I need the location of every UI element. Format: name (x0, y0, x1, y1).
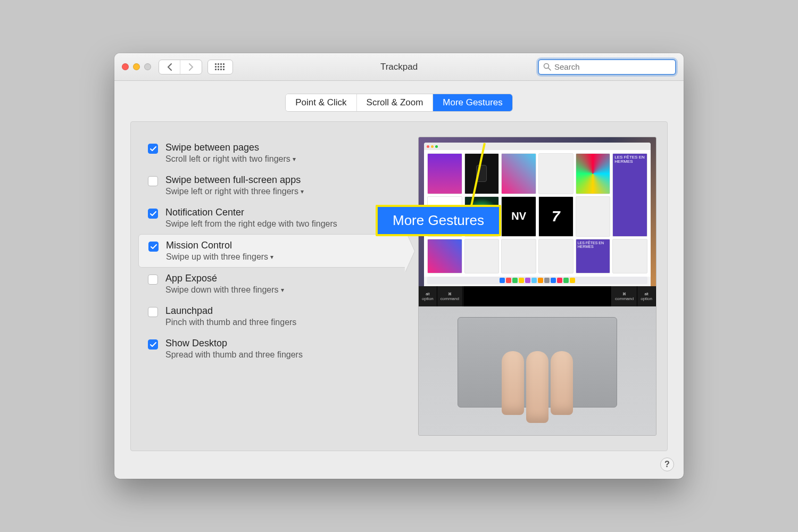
preview-trackpad (458, 317, 617, 408)
svg-line-13 (548, 68, 551, 70)
gesture-title: App Exposé (165, 273, 284, 284)
minimize-window-button[interactable] (133, 63, 140, 70)
gesture-title: Notification Center (165, 207, 337, 218)
tab-more-gestures[interactable]: More Gestures (433, 94, 512, 111)
window-content: Point & Click Scroll & Zoom More Gesture… (114, 81, 684, 451)
nav-buttons (159, 60, 202, 74)
grid-icon (215, 63, 226, 71)
chevron-down-icon: ▾ (270, 253, 273, 261)
gesture-subtitle: Spread with thumb and three fingers (165, 350, 303, 360)
gesture-preview: LES FÊTES EN HERMES NV 7 LES FÊTES EN HE… (418, 137, 656, 436)
gesture-text: LaunchpadPinch with thumb and three fing… (165, 305, 296, 327)
gesture-subtitle[interactable]: Swipe up with three fingers▾ (166, 252, 273, 262)
show-all-button[interactable] (207, 60, 233, 74)
gesture-title: Show Desktop (165, 338, 303, 349)
gesture-title: Mission Control (166, 240, 273, 251)
help-button[interactable]: ? (660, 458, 674, 471)
search-input[interactable] (554, 62, 671, 71)
gesture-checkbox[interactable] (148, 339, 158, 350)
gesture-checkbox[interactable] (148, 307, 158, 317)
gesture-subtitle-text: Swipe left from the right edge with two … (165, 219, 337, 229)
chevron-right-icon (188, 63, 194, 71)
forward-button[interactable] (180, 60, 202, 74)
traffic-lights (122, 63, 151, 70)
gesture-subtitle: Swipe left from the right edge with two … (165, 219, 337, 229)
preview-fingers (502, 351, 573, 423)
svg-rect-8 (215, 69, 217, 70)
gesture-subtitle-text: Swipe left or right with three fingers (165, 187, 298, 196)
gesture-row[interactable]: Notification CenterSwipe left from the r… (138, 202, 405, 234)
gesture-subtitle-text: Pinch with thumb and three fingers (165, 318, 296, 327)
zoom-window-button[interactable] (144, 63, 151, 70)
back-button[interactable] (159, 60, 180, 74)
gesture-text: Mission ControlSwipe up with three finge… (166, 240, 273, 262)
gesture-row[interactable]: Swipe between full-screen appsSwipe left… (138, 169, 405, 202)
preview-trackpad-area (419, 306, 656, 435)
gesture-text: Notification CenterSwipe left from the r… (165, 207, 337, 229)
gesture-text: Swipe between full-screen appsSwipe left… (165, 174, 304, 196)
gesture-list: Swipe between pagesScroll left or right … (131, 122, 413, 451)
titlebar: Trackpad (114, 53, 684, 81)
gesture-title: Launchpad (165, 305, 296, 317)
svg-rect-11 (223, 69, 225, 70)
tab-point-click[interactable]: Point & Click (286, 94, 356, 111)
svg-rect-4 (215, 66, 217, 68)
gesture-row[interactable]: App ExposéSwipe down with three fingers▾ (138, 268, 405, 300)
gesture-checkbox[interactable] (148, 144, 158, 154)
gesture-row[interactable]: Mission ControlSwipe up with three finge… (138, 234, 405, 268)
gesture-checkbox[interactable] (148, 242, 159, 252)
search-field-wrap[interactable] (538, 59, 676, 75)
gesture-text: Swipe between pagesScroll left or right … (165, 142, 296, 164)
gesture-subtitle[interactable]: Swipe left or right with three fingers▾ (165, 187, 304, 196)
gesture-checkbox[interactable] (148, 209, 158, 219)
svg-rect-5 (218, 66, 219, 68)
svg-rect-1 (218, 63, 219, 65)
tab-scroll-zoom[interactable]: Scroll & Zoom (357, 94, 434, 111)
svg-rect-2 (220, 63, 222, 65)
callout-more-gestures: More Gestures (376, 205, 501, 236)
svg-rect-9 (218, 69, 219, 70)
svg-rect-3 (223, 63, 225, 65)
gesture-subtitle[interactable]: Scroll left or right with two fingers▾ (165, 154, 296, 164)
svg-point-12 (544, 64, 549, 69)
chevron-down-icon: ▾ (301, 188, 304, 195)
gesture-checkbox[interactable] (148, 275, 158, 285)
svg-rect-7 (223, 66, 225, 68)
close-window-button[interactable] (122, 63, 129, 70)
chevron-left-icon (167, 63, 172, 71)
gesture-subtitle-text: Swipe up with three fingers (166, 252, 268, 262)
gesture-subtitle-text: Spread with thumb and three fingers (165, 350, 303, 360)
gesture-row[interactable]: Show DesktopSpread with thumb and three … (138, 332, 405, 365)
tabs-container: Point & Click Scroll & Zoom More Gesture… (130, 94, 668, 112)
gesture-checkbox[interactable] (148, 176, 158, 186)
svg-rect-6 (220, 66, 222, 68)
gesture-title: Swipe between pages (165, 142, 296, 153)
chevron-down-icon: ▾ (293, 155, 296, 163)
gesture-text: Show DesktopSpread with thumb and three … (165, 338, 303, 360)
gesture-title: Swipe between full-screen apps (165, 174, 304, 186)
gesture-subtitle[interactable]: Swipe down with three fingers▾ (165, 285, 284, 295)
preferences-window: Trackpad Point & Click Scroll & Zoom Mor… (114, 53, 684, 479)
gestures-panel: Swipe between pagesScroll left or right … (130, 121, 668, 451)
gesture-row[interactable]: LaunchpadPinch with thumb and three fing… (138, 300, 405, 332)
tab-segmented-control: Point & Click Scroll & Zoom More Gesture… (285, 94, 513, 112)
preview-touchbar: altoption ⌘command ⌘command altoption (419, 286, 656, 306)
svg-rect-0 (215, 63, 217, 65)
gesture-row[interactable]: Swipe between pagesScroll left or right … (138, 137, 405, 169)
gesture-subtitle-text: Scroll left or right with two fingers (165, 154, 290, 164)
gesture-subtitle-text: Swipe down with three fingers (165, 285, 279, 295)
chevron-down-icon: ▾ (281, 286, 284, 294)
svg-rect-10 (220, 69, 222, 70)
gesture-subtitle: Pinch with thumb and three fingers (165, 318, 296, 327)
gesture-text: App ExposéSwipe down with three fingers▾ (165, 273, 284, 295)
search-icon (543, 63, 551, 71)
